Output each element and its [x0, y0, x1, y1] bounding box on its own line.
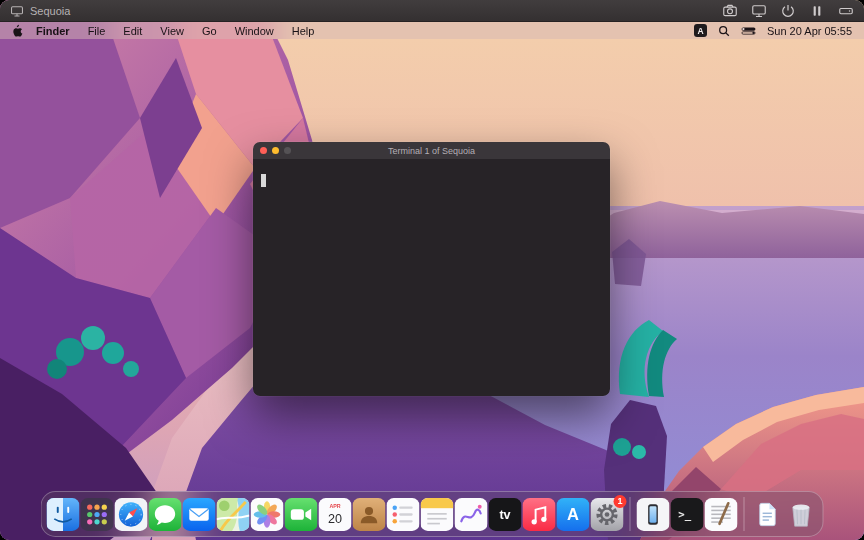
camera-icon[interactable]	[721, 2, 738, 19]
menu-bar: Finder File Edit View Go Window Help A S…	[0, 22, 864, 39]
menu-item-help[interactable]: Help	[283, 25, 324, 37]
svg-text:APR: APR	[329, 502, 340, 508]
svg-text:>_: >_	[678, 507, 691, 520]
notification-badge: 1	[614, 495, 627, 508]
dock-contacts[interactable]	[353, 498, 386, 531]
dock-notes[interactable]	[421, 498, 454, 531]
terminal-content[interactable]	[253, 159, 610, 396]
vm-toolbar: Sequoia	[0, 0, 864, 22]
menubar-clock[interactable]: Sun 20 Apr 05:55	[767, 25, 852, 37]
vm-title: Sequoia	[30, 5, 70, 17]
dock-photos[interactable]	[251, 498, 284, 531]
terminal-window: Terminal 1 of Sequoia	[253, 142, 610, 396]
dock-appstore[interactable]: A	[557, 498, 590, 531]
menu-item-window[interactable]: Window	[226, 25, 283, 37]
input-source-indicator[interactable]: A	[694, 24, 707, 37]
svg-text:A: A	[567, 505, 579, 523]
dock-tv[interactable]: tv	[489, 498, 522, 531]
terminal-window-title: Terminal 1 of Sequoia	[253, 146, 610, 156]
dock-launchpad[interactable]	[81, 498, 114, 531]
control-center-icon[interactable]	[741, 25, 756, 37]
dock-downloads[interactable]	[751, 498, 784, 531]
menu-item-finder[interactable]: Finder	[27, 25, 79, 37]
dock: APR20 tv A 1 >_	[41, 491, 824, 537]
display-icon	[10, 4, 24, 18]
menu-item-edit[interactable]: Edit	[114, 25, 151, 37]
minimize-button[interactable]	[272, 147, 279, 154]
apple-menu[interactable]	[12, 24, 23, 38]
dock-trash[interactable]	[785, 498, 818, 531]
dock-calendar[interactable]: APR20	[319, 498, 352, 531]
power-icon[interactable]	[779, 2, 796, 19]
dock-safari[interactable]	[115, 498, 148, 531]
dock-iphone-mirroring[interactable]	[637, 498, 670, 531]
dock-separator	[630, 497, 631, 531]
dock-terminal[interactable]: >_	[671, 498, 704, 531]
zoom-button[interactable]	[284, 147, 291, 154]
menu-item-file[interactable]: File	[79, 25, 115, 37]
dock-reminders[interactable]	[387, 498, 420, 531]
vm-actions	[721, 2, 854, 19]
traffic-lights	[253, 147, 291, 154]
dock-textedit[interactable]	[705, 498, 738, 531]
menu-item-go[interactable]: Go	[193, 25, 226, 37]
dock-finder[interactable]	[47, 498, 80, 531]
drive-icon[interactable]	[837, 2, 854, 19]
terminal-cursor	[261, 174, 266, 187]
dock-mail[interactable]	[183, 498, 216, 531]
terminal-titlebar[interactable]: Terminal 1 of Sequoia	[253, 142, 610, 159]
svg-text:20: 20	[328, 511, 342, 525]
svg-text:tv: tv	[499, 507, 510, 521]
menu-item-view[interactable]: View	[151, 25, 193, 37]
dock-settings[interactable]: 1	[591, 498, 624, 531]
vm-screen: Sequoia Finder File Edit Vi	[0, 0, 864, 540]
menu-bar-status: A Sun 20 Apr 05:55	[694, 24, 852, 37]
dock-messages[interactable]	[149, 498, 182, 531]
dock-maps[interactable]	[217, 498, 250, 531]
dock-separator	[744, 497, 745, 531]
dock-freeform[interactable]	[455, 498, 488, 531]
search-icon[interactable]	[718, 25, 730, 37]
dock-facetime[interactable]	[285, 498, 318, 531]
close-button[interactable]	[260, 147, 267, 154]
vm-title-group: Sequoia	[10, 4, 70, 18]
display-capture-icon[interactable]	[750, 2, 767, 19]
pause-icon[interactable]	[808, 2, 825, 19]
dock-music[interactable]	[523, 498, 556, 531]
